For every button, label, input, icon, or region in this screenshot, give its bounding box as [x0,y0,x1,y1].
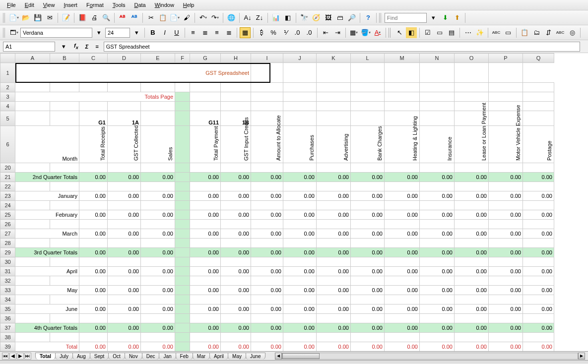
cellref-dd-icon[interactable]: ▾ [58,41,69,52]
sheet-tab-mar[interactable]: Mar [193,353,210,360]
form-props-icon[interactable]: 📋 [519,27,530,38]
row-header-4[interactable]: 4 [0,102,15,111]
button-control-icon[interactable]: ▭ [503,27,514,38]
remove-decimal-icon[interactable]: .0 [304,27,315,38]
col-header-N[interactable]: N [420,54,455,63]
col-header-K[interactable]: K [317,54,351,63]
print-icon[interactable]: 🖨 [89,12,100,23]
row-header-1[interactable]: 1 [0,63,15,83]
percent-icon[interactable]: % [268,27,279,38]
add-decimal-icon[interactable]: .0 [292,27,303,38]
row-header-20[interactable]: 20 [0,163,15,173]
find-prev-icon[interactable]: ⬆ [452,12,462,23]
field-icon[interactable]: ABC [555,27,566,38]
cell[interactable]: 0.00 [79,173,108,182]
row-header-3[interactable]: 3 [0,92,15,102]
find-next-icon[interactable]: ⬇ [440,12,451,23]
col-header-M[interactable]: M [385,54,420,63]
form-more-icon[interactable]: ⋯ [462,27,473,38]
align-right-icon[interactable]: ≡ [211,27,222,38]
help-icon[interactable]: ? [363,12,374,23]
standard-format-icon[interactable]: ⅟ [280,27,291,38]
chart-icon[interactable]: 📊 [270,12,281,23]
sheet-tab-aug[interactable]: Aug [72,353,90,360]
sheet-tab-feb[interactable]: Feb [176,353,193,360]
merge-cells-icon[interactable]: ▦ [240,27,251,38]
taborder-icon[interactable]: ⇵ [543,27,554,38]
row-header-6[interactable]: 6 [0,126,15,163]
underline-button[interactable]: U [171,27,182,38]
corner-cell[interactable] [0,54,15,63]
row-header-33[interactable]: 33 [0,286,15,295]
spellcheck-icon[interactable]: ᴬᴮ [117,12,128,23]
spreadsheet-grid[interactable]: A B C D E F G H I J K L M N O P Q 1 GST … [0,53,588,351]
menu-edit[interactable]: Edit [21,1,38,9]
row-header-24[interactable]: 24 [0,201,15,210]
row-header-2[interactable]: 2 [0,83,15,92]
row-header-26[interactable]: 26 [0,220,15,229]
sum-icon[interactable]: Σ [83,44,91,50]
increase-indent-icon[interactable]: ⇥ [332,27,343,38]
row-header-21[interactable]: 21 [0,173,15,182]
menu-help[interactable]: Help [179,1,198,9]
toolbar-grip-3[interactable] [3,28,6,38]
formula-input[interactable] [104,42,580,52]
gallery-icon[interactable]: 🖼 [323,12,333,23]
show-draw-icon[interactable]: ◧ [282,12,293,23]
row-header-31[interactable]: 31 [0,267,15,276]
design-mode-icon[interactable]: ◧ [406,27,417,38]
menu-format[interactable]: Format [82,1,108,9]
email-icon[interactable]: ✉ [44,12,55,23]
menu-data[interactable]: Data [130,1,149,9]
menu-view[interactable]: View [39,1,59,9]
equals-icon[interactable]: = [93,44,100,50]
sheet-tab-nov[interactable]: Nov [125,353,142,360]
row-header-22[interactable]: 22 [0,182,15,191]
form-nav-icon[interactable]: 🗂 [531,27,542,38]
menu-file[interactable]: FFileile [3,1,20,9]
row-header-23[interactable]: 23 [0,191,15,201]
form-list-icon[interactable]: ▤ [446,27,457,38]
autospell-icon[interactable]: ᴬᴮ [129,12,140,23]
datasource-icon[interactable]: 🗃 [334,12,345,23]
undo-icon[interactable]: ↶ [197,12,208,23]
tab-first-icon[interactable]: ⏮ [2,353,9,360]
find-replace-icon[interactable]: 🔭 [299,12,310,23]
sort-desc-icon[interactable]: Z↓ [254,12,265,23]
col-header-F[interactable]: F [175,54,190,63]
col-header-J[interactable]: J [283,54,317,63]
row-header-5[interactable]: 5 [0,111,15,126]
sheet-tab-july[interactable]: July [55,353,73,360]
select-icon[interactable]: ↖ [394,27,405,38]
borders-icon[interactable]: ▦ [348,27,359,38]
menu-tools[interactable]: Tools [109,1,130,9]
toolbar-grip-2[interactable] [379,13,382,23]
currency-icon[interactable]: ₿ [256,27,267,38]
label-control-icon[interactable]: ABC [491,27,502,38]
row-header-28[interactable]: 28 [0,239,15,248]
toolbar-grip-4[interactable] [389,28,392,38]
font-size-input[interactable] [105,28,130,38]
save-icon[interactable]: 💾 [32,12,43,23]
col-header-O[interactable]: O [455,54,489,63]
scroll-right-icon[interactable]: ▶ [578,353,585,360]
font-color-icon[interactable]: A [372,27,383,38]
hyperlink-icon[interactable]: 🌐 [226,12,237,23]
font-name-input[interactable] [20,28,92,38]
col-header-Q[interactable]: Q [523,54,554,63]
sheet-tab-jan[interactable]: Jan [159,353,176,360]
sheet-tab-april[interactable]: April [209,353,228,360]
align-center-icon[interactable]: ≣ [199,27,210,38]
align-left-icon[interactable]: ≡ [188,27,198,38]
row-header-39[interactable]: 39 [0,342,15,352]
new-doc-icon[interactable]: 📄 [8,12,19,23]
tab-last-icon[interactable]: ⏭ [24,353,31,360]
col-header-I[interactable]: I [251,54,283,63]
tab-next-icon[interactable]: ▶ [17,353,24,360]
bg-color-icon[interactable]: 🪣 [360,27,371,38]
form-text-icon[interactable]: ▭ [434,27,445,38]
col-header-H[interactable]: H [221,54,251,63]
export-pdf-icon[interactable]: 📕 [77,12,88,23]
find-input[interactable] [385,13,427,23]
cell-reference-input[interactable] [3,42,55,52]
